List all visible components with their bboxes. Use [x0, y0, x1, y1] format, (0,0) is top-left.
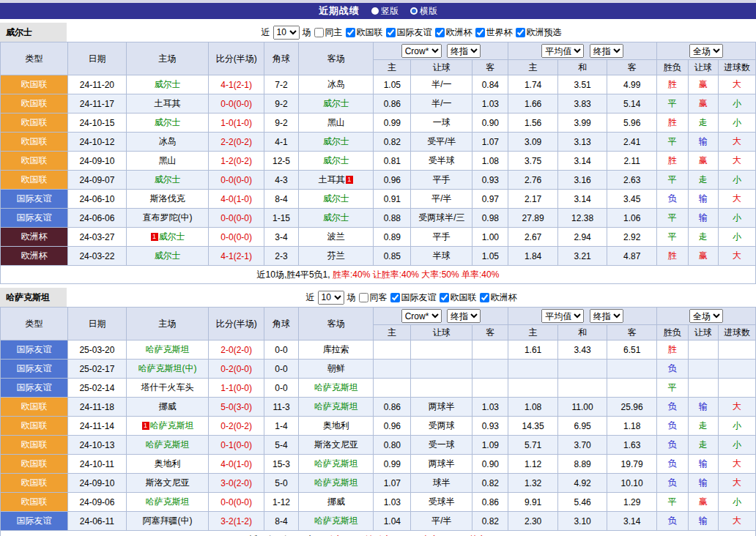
avg-type-select[interactable]: 平均值: [541, 309, 584, 323]
date-cell: 24-09-06: [68, 493, 127, 512]
same-venue-filter[interactable]: 同客: [359, 291, 388, 304]
col-header-handicap-result: 让球: [688, 325, 718, 340]
avg-home-cell: 2.17: [508, 190, 558, 209]
corner-cell: 8-4: [264, 512, 298, 531]
competition-type-cell: 欧国联: [1, 417, 68, 436]
corner-cell: 8-4: [264, 190, 298, 209]
goals-result-cell: [718, 379, 755, 398]
avg-type-select[interactable]: 平均值: [541, 44, 584, 58]
date-cell: 24-03-22: [68, 247, 127, 266]
competition-filter-checkbox[interactable]: [346, 28, 355, 37]
radio-selected-icon[interactable]: [410, 7, 418, 15]
competition-filter-checkbox[interactable]: [475, 28, 485, 37]
avg-time-select[interactable]: 终指: [590, 309, 623, 323]
team-name-text: 哈萨克斯坦: [146, 496, 190, 507]
competition-filter-checkbox[interactable]: [390, 293, 400, 302]
radio-unselected-icon[interactable]: [371, 7, 379, 15]
competition-filter[interactable]: 国际友谊: [386, 26, 432, 39]
team-name-text: 威尔士: [323, 136, 349, 146]
avg-away-cell: 2.11: [607, 152, 657, 171]
summary-cell: 近10场,胜4平5负1, 胜率:40% 让胜率:40% 大率:50% 单率:40…: [1, 266, 756, 284]
scope-select[interactable]: 全场: [689, 44, 723, 58]
date-cell: 24-06-11: [68, 512, 127, 531]
competition-filter[interactable]: 欧国联: [440, 291, 477, 304]
home-team-cell: 直布罗陀(中): [126, 209, 209, 228]
result-cell: 负: [656, 398, 688, 417]
avg-away-cell: 1.63: [607, 436, 657, 455]
competition-filter-checkbox[interactable]: [386, 28, 396, 37]
odds-company-select[interactable]: Crow*: [401, 44, 442, 58]
competition-filter-checkbox[interactable]: [516, 28, 525, 37]
competition-filter-checkbox[interactable]: [440, 293, 449, 302]
handicap-result-cell: 赢: [688, 152, 718, 171]
competition-filter[interactable]: 欧国联: [346, 26, 383, 39]
result-cell: 平: [656, 209, 688, 228]
avg-draw-cell: [557, 360, 607, 379]
avg-away-cell: 3.45: [607, 190, 657, 209]
table-row: 欧国联24-09-07威尔士0-0(0-0)4-3土耳其10.96平手0.932…: [1, 171, 756, 190]
handicap-cell: [411, 360, 472, 379]
col-header-avg-away: 客: [607, 325, 657, 340]
goals-result-cell: 小: [718, 436, 755, 455]
handicap-cell: 受两球: [411, 417, 472, 436]
view-option-vertical[interactable]: 竖版: [371, 5, 399, 18]
avg-draw-cell: 3.16: [557, 171, 607, 190]
avg-home-cell: 1.66: [508, 94, 558, 113]
competition-filter[interactable]: 国际友谊: [390, 291, 437, 304]
score-cell: 3-0(2-0): [209, 474, 264, 493]
odds-time-select[interactable]: 终指: [447, 44, 481, 58]
away-odds-cell: 0.97: [472, 190, 508, 209]
avg-time-select[interactable]: 终指: [590, 44, 623, 58]
competition-filter[interactable]: 欧洲杯: [435, 26, 472, 39]
score-cell: 3-2(1-2): [209, 512, 264, 531]
score-cell: 0-1(0-0): [209, 436, 264, 455]
away-odds-cell: [472, 379, 508, 398]
score-cell: 0-0(0-0): [209, 228, 264, 247]
score-cell: 4-0(1-0): [209, 190, 264, 209]
competition-filter[interactable]: 世界杯: [475, 26, 513, 39]
handicap-cell: 球半: [411, 474, 472, 493]
team-name-text: 直布罗陀(中): [143, 212, 193, 223]
scope-select[interactable]: 全场: [689, 309, 723, 323]
away-team-cell: 朝鲜: [299, 360, 374, 379]
result-cell: 负: [656, 436, 688, 455]
result-cell: 胜: [656, 113, 688, 133]
team-section: 哈萨克斯坦 近10场同客国际友谊欧国联欧洲杯 类型 日期 主场 比分(半场) 角…: [0, 288, 756, 536]
same-venue-filter[interactable]: 同主: [314, 26, 343, 39]
away-odds-cell: 0.98: [472, 209, 508, 228]
col-header-handicap-result: 让球: [688, 60, 718, 75]
avg-draw-cell: [557, 379, 607, 398]
match-count-select[interactable]: 10: [318, 291, 344, 305]
same-venue-filter-checkbox[interactable]: [359, 293, 368, 302]
team-name-text: 威尔士: [159, 231, 185, 242]
team-name-text: 芬兰: [327, 250, 345, 261]
result-cell: 平: [656, 171, 688, 190]
avg-away-cell: 2.63: [607, 171, 657, 190]
result-cell: 平: [656, 133, 688, 152]
avg-home-cell: 2.76: [508, 171, 558, 190]
odds-time-select[interactable]: 终指: [447, 309, 481, 323]
home-team-cell: 威尔士: [126, 113, 209, 133]
same-venue-filter-checkbox[interactable]: [314, 28, 324, 37]
competition-filter[interactable]: 欧洲杯: [480, 291, 517, 304]
avg-home-cell: 1.32: [508, 474, 558, 493]
competition-filter-checkbox[interactable]: [435, 28, 445, 37]
away-odds-cell: 0.82: [472, 474, 508, 493]
goals-result-cell: 小: [718, 493, 755, 512]
date-cell: 24-11-18: [68, 398, 127, 417]
handicap-result-cell: 赢: [688, 94, 718, 113]
home-team-cell: 1威尔士: [126, 228, 209, 247]
table-row: 国际友谊24-06-06直布罗陀(中)0-0(0-0)1-15威尔士0.88受两…: [1, 209, 756, 228]
competition-type-cell: 国际友谊: [1, 209, 68, 228]
match-count-select[interactable]: 10: [273, 26, 300, 40]
odds-company-select[interactable]: Crow*: [401, 309, 442, 323]
competition-filter[interactable]: 欧洲预选: [516, 26, 562, 39]
date-cell: 25-02-17: [68, 360, 127, 379]
avg-away-cell: 3.14: [607, 512, 657, 531]
view-option-horizontal[interactable]: 横版: [410, 5, 437, 18]
result-cell: 平: [656, 379, 688, 398]
avg-draw-cell: 2.94: [557, 228, 607, 247]
table-row: 欧国联24-10-12冰岛2-2(0-2)4-1威尔士0.82受平/半1.073…: [1, 133, 756, 152]
home-odds-cell: 0.86: [374, 398, 411, 417]
competition-filter-checkbox[interactable]: [480, 293, 489, 302]
